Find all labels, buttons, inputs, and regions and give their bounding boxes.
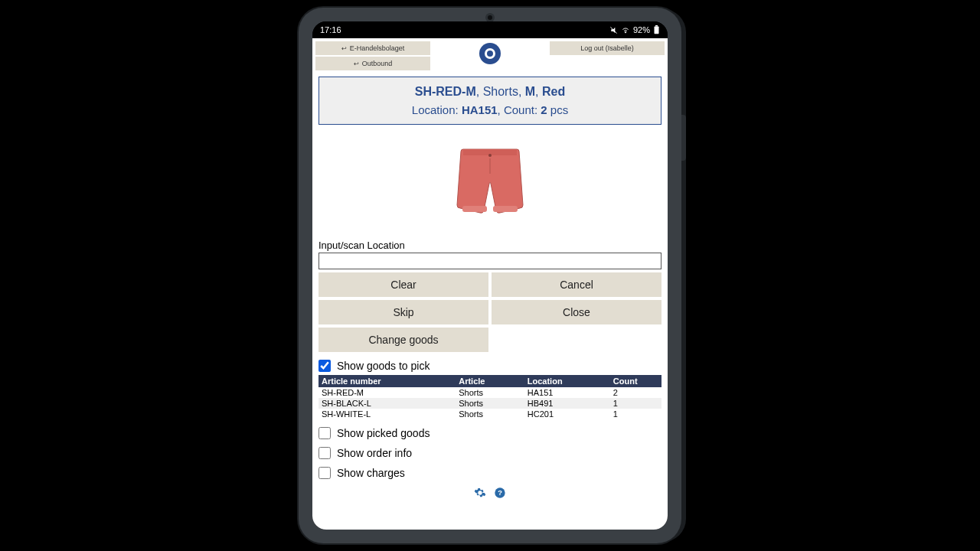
table-cell: 2	[610, 387, 662, 398]
close-button[interactable]: Close	[492, 300, 662, 324]
show-charges-row[interactable]: Show charges	[318, 467, 662, 479]
col-count: Count	[610, 375, 662, 387]
back-icon: ↩	[354, 60, 359, 67]
goods-table: Article number Article Location Count SH…	[318, 375, 662, 419]
show-goods-checkbox[interactable]	[318, 360, 331, 372]
table-cell: SH-BLACK-L	[318, 398, 456, 409]
logout-label: Log out (Isabelle)	[580, 44, 634, 52]
scan-input[interactable]	[318, 253, 662, 269]
item-summary-line2: Location: HA151, Count: 2 pcs	[324, 103, 656, 116]
table-cell: HA151	[524, 387, 610, 398]
table-cell: 1	[610, 398, 662, 409]
table-cell: Shorts	[456, 398, 524, 409]
product-image	[444, 135, 536, 227]
svg-point-5	[488, 154, 492, 157]
svg-rect-3	[655, 25, 658, 27]
svg-rect-2	[655, 27, 659, 34]
col-article: Article	[456, 375, 524, 387]
table-cell: HC201	[524, 409, 610, 419]
table-row[interactable]: SH-BLACK-LShortsHB4911	[318, 398, 662, 409]
nav-section-button[interactable]: ↩ Outbound	[315, 57, 430, 70]
nav-company-button[interactable]: ↩ E-Handelsbolaget	[315, 41, 430, 55]
clear-button[interactable]: Clear	[318, 272, 488, 297]
scan-label: Input/scan Location	[318, 240, 662, 251]
show-picked-label: Show picked goods	[337, 427, 430, 439]
show-goods-label: Show goods to pick	[337, 360, 430, 372]
nav-section-label: Outbound	[362, 60, 393, 67]
tablet-screen: 17:16 92%	[312, 21, 668, 530]
show-order-label: Show order info	[337, 447, 412, 459]
item-summary-card: SH-RED-M, Shorts, M, Red Location: HA151…	[318, 77, 662, 125]
nav-company-label: E-Handelsbolaget	[350, 44, 405, 52]
table-cell: SH-RED-M	[318, 387, 456, 398]
show-charges-checkbox[interactable]	[318, 467, 331, 479]
battery-percent: 92%	[633, 25, 650, 34]
show-order-row[interactable]: Show order info	[318, 447, 662, 459]
svg-point-1	[625, 31, 626, 32]
table-cell: 1	[610, 409, 662, 419]
table-cell: SH-WHITE-L	[318, 409, 456, 419]
help-icon[interactable]: ?	[494, 487, 506, 499]
show-picked-row[interactable]: Show picked goods	[318, 427, 662, 439]
settings-icon[interactable]	[474, 487, 486, 499]
item-summary-line1: SH-RED-M, Shorts, M, Red	[324, 85, 656, 99]
table-cell: Shorts	[456, 387, 524, 398]
wifi-icon	[621, 26, 630, 34]
tablet-frame: 17:16 92%	[299, 8, 681, 543]
app-root: ↩ E-Handelsbolaget ↩ Outbound Log out (I…	[312, 38, 668, 530]
show-picked-checkbox[interactable]	[318, 427, 331, 439]
cancel-button[interactable]: Cancel	[492, 272, 662, 297]
table-cell: HB491	[524, 398, 610, 409]
change-goods-button[interactable]: Change goods	[318, 328, 488, 352]
status-bar: 17:16 92%	[312, 21, 668, 38]
svg-text:?: ?	[498, 489, 502, 497]
logout-button[interactable]: Log out (Isabelle)	[550, 41, 665, 55]
skip-button[interactable]: Skip	[318, 300, 488, 324]
table-row[interactable]: SH-WHITE-LShortsHC2011	[318, 409, 662, 419]
svg-rect-7	[462, 206, 487, 212]
table-cell: Shorts	[456, 409, 524, 419]
battery-icon	[653, 25, 660, 34]
app-logo	[436, 41, 544, 64]
back-icon: ↩	[341, 45, 347, 52]
table-row[interactable]: SH-RED-MShortsHA1512	[318, 387, 662, 398]
status-time: 17:16	[320, 25, 341, 34]
show-charges-label: Show charges	[337, 467, 405, 479]
show-order-checkbox[interactable]	[318, 447, 331, 459]
svg-rect-8	[493, 206, 518, 212]
mute-icon	[609, 26, 618, 34]
show-goods-row[interactable]: Show goods to pick	[318, 360, 662, 372]
col-location: Location	[524, 375, 610, 387]
tablet-camera	[488, 15, 492, 20]
col-article-no: Article number	[318, 375, 456, 387]
